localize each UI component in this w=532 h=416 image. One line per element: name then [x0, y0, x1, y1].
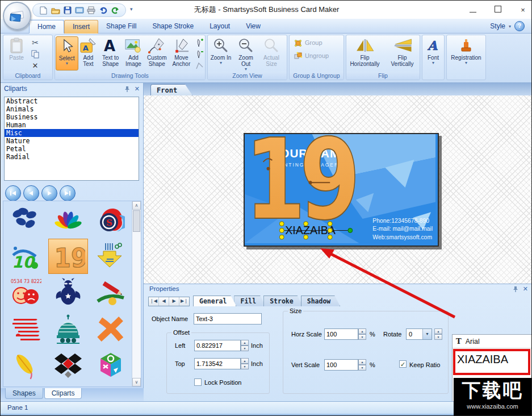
category-misc[interactable]: Misc [5, 129, 139, 137]
group-button[interactable]: Group [294, 37, 344, 48]
custom-shape-button[interactable]: Custom Shape [144, 36, 170, 67]
rotate-dropdown-icon[interactable]: ▼ [422, 329, 432, 339]
clipart-thumb-cube-blocks[interactable] [91, 348, 131, 383]
offset-top-input[interactable] [194, 358, 241, 369]
tab-shape-fill[interactable]: Shape Fill [98, 20, 144, 34]
add-text-button[interactable]: A Add Text [78, 36, 99, 67]
text-to-shape-button[interactable]: A Text to Shape [98, 36, 123, 67]
pin-icon[interactable] [124, 86, 130, 93]
style-dropdown-icon[interactable]: ▾ [509, 24, 511, 28]
keep-ratio-checkbox[interactable] [399, 360, 407, 368]
tab-shapes[interactable]: Shapes [5, 388, 43, 399]
clipart-thumb-feather[interactable] [6, 348, 45, 383]
rotate-combo[interactable]: 0 ▼ [406, 328, 432, 340]
clipart-thumb-nineteen[interactable]: 19 [48, 239, 88, 274]
close-panel-icon[interactable]: ✕ [135, 85, 140, 93]
next-page-button[interactable] [41, 185, 57, 201]
canvas-work-area[interactable]: YOUR NAME PRINTING MANAGER 19 Phone:1234… [144, 95, 532, 284]
tab-home[interactable]: Home [29, 20, 64, 34]
category-petal[interactable]: Petal [5, 145, 139, 153]
properties-tab-shadow[interactable]: Shadow [301, 296, 341, 306]
properties-pin-icon[interactable] [513, 286, 518, 293]
properties-close-icon[interactable]: ✕ [523, 285, 528, 293]
tab-prev-icon[interactable]: ◀ [159, 297, 169, 306]
offset-left-spinner[interactable]: ▲▼ [241, 340, 249, 351]
font-button[interactable]: A Font ▾ [423, 36, 443, 65]
cut-icon[interactable]: ✂ [30, 38, 40, 48]
help-button[interactable]: ? [514, 21, 525, 31]
clipart-thumb-bat-figure[interactable] [48, 275, 88, 310]
tab-view[interactable]: View [238, 20, 269, 34]
vert-scale-spinner[interactable]: ▲▼ [358, 359, 366, 371]
flip-horizontally-button[interactable]: Flip Horizontally [347, 36, 383, 67]
offset-top-spinner[interactable]: ▲▼ [241, 358, 249, 369]
delete-anchor-icon[interactable] [194, 49, 204, 59]
tab-first-icon[interactable]: ❘◀ [149, 297, 159, 306]
tab-layout[interactable]: Layout [202, 20, 238, 34]
registration-button[interactable]: Registration ▾ [447, 36, 485, 65]
delete-icon[interactable]: ✕ [30, 60, 40, 70]
previous-page-button[interactable] [23, 185, 39, 201]
maximize-button[interactable] [494, 6, 502, 14]
application-button[interactable] [3, 2, 31, 30]
clipart-thumb-hands-leaves[interactable] [6, 202, 45, 238]
horz-scale-input[interactable] [324, 328, 358, 340]
scroll-down-icon[interactable]: ∨ [132, 378, 141, 386]
tab-insert[interactable]: Insert [64, 20, 98, 34]
zoom-out-button[interactable]: Zoom Out ▾ [233, 36, 258, 71]
tab-shape-stroke[interactable]: Shape Stroke [144, 20, 202, 34]
line-tool-icon[interactable] [194, 60, 204, 70]
clipart-thumb-arrow-flower[interactable] [91, 239, 131, 274]
last-page-button[interactable] [60, 185, 76, 201]
style-dropdown[interactable]: Style [490, 22, 505, 30]
clipart-thumb-ten-swoosh[interactable]: 10 [6, 239, 45, 274]
zoom-in-button[interactable]: Zoom In ▾ [208, 36, 233, 65]
clipart-thumb-theater-masks[interactable]: 0534 73 8222 [6, 275, 45, 310]
clipart-category-list[interactable]: Abstract Animals Business Human Misc Nat… [4, 97, 139, 181]
tab-cliparts[interactable]: Cliparts [44, 388, 82, 399]
business-card[interactable]: YOUR NAME PRINTING MANAGER 19 Phone:1234… [244, 133, 439, 247]
window-title: 无标题 - SmartsysSoft Business Card Maker [1, 1, 532, 19]
minimize-button[interactable] [469, 6, 477, 14]
clipart-thumb-pencil-swoosh[interactable] [91, 275, 131, 310]
add-image-button[interactable]: Add Image [123, 36, 144, 67]
first-page-button[interactable] [5, 185, 21, 201]
properties-tab-general[interactable]: General [193, 296, 236, 306]
front-page-tab[interactable]: Front [150, 84, 192, 95]
properties-tab-fill[interactable]: Fill [234, 296, 266, 306]
select-tool-button[interactable]: Select ▾ [56, 36, 78, 70]
rotate-spinner[interactable]: ▲▼ [434, 328, 442, 340]
lock-position-checkbox[interactable] [194, 378, 202, 386]
properties-tab-stroke[interactable]: Stroke [263, 296, 303, 306]
category-abstract[interactable]: Abstract [5, 97, 139, 105]
clipart-thumb-orange-x[interactable] [91, 311, 131, 347]
copy-icon[interactable] [30, 49, 40, 59]
clipart-thumb-swirl-emblem[interactable]: S [91, 202, 131, 238]
scrollbar-thumb[interactable] [133, 210, 140, 232]
clipart-thumb-red-stripes[interactable] [6, 311, 45, 347]
flip-vertically-button[interactable]: Flip Vertically [386, 36, 419, 67]
font-name[interactable]: Arial [466, 338, 480, 346]
category-human[interactable]: Human [5, 121, 139, 129]
thumbnails-scrollbar[interactable]: ∧ ∨ [132, 201, 141, 386]
scroll-up-icon[interactable]: ∧ [132, 201, 141, 210]
offset-left-input[interactable] [194, 340, 241, 351]
category-animals[interactable]: Animals [5, 105, 139, 113]
clipart-thumb-black-diamonds[interactable] [48, 348, 88, 383]
move-anchor-button[interactable]: Move Anchor [170, 36, 193, 67]
tab-last-icon[interactable]: ▶❘ [179, 297, 189, 306]
category-nature[interactable]: Nature [5, 137, 139, 145]
category-business[interactable]: Business [5, 113, 139, 121]
ungroup-button[interactable]: Ungroup [294, 50, 344, 61]
category-radial[interactable]: Radial [5, 153, 139, 161]
close-button[interactable]: × [519, 6, 527, 14]
tab-next-icon[interactable]: ▶ [169, 297, 179, 306]
object-name-input[interactable] [194, 313, 262, 325]
paste-button[interactable]: Paste [4, 36, 29, 61]
horz-scale-spinner[interactable]: ▲▼ [358, 328, 366, 340]
actual-size-button[interactable]: Actual Size [258, 36, 284, 67]
add-anchor-icon[interactable] [194, 38, 204, 48]
clipart-thumb-dome-building[interactable] [48, 311, 88, 347]
clipart-thumb-peacock[interactable] [48, 202, 88, 238]
vert-scale-input[interactable] [324, 359, 358, 371]
